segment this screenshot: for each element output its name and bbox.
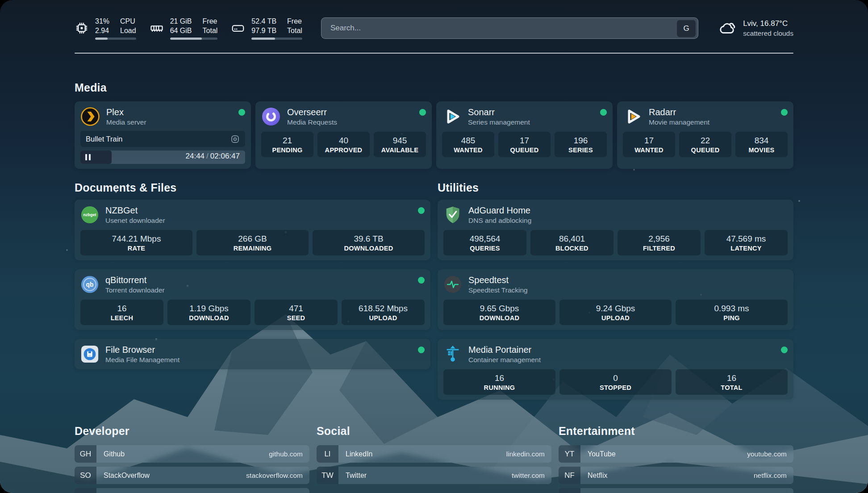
cloud-icon <box>718 19 737 38</box>
bookmark-github[interactable]: GH Github github.com <box>75 445 309 463</box>
service-card-sonarr[interactable]: Sonarr Series management 485WANTED 17QUE… <box>436 101 613 169</box>
stat-block: 86,401BLOCKED <box>530 230 613 255</box>
cpu-load: 2.94 <box>95 26 109 35</box>
service-card-qbittorrent[interactable]: qb qBittorrent Torrent downloader 16LEEC… <box>75 269 430 330</box>
radarr-icon <box>623 107 643 126</box>
section-title-developer: Developer <box>75 425 309 438</box>
stat-block: 47.569 msLATENCY <box>705 230 788 255</box>
adguard-icon <box>443 205 462 224</box>
bookmark-url: github.com <box>269 445 309 463</box>
stat-block: 266 GBREMAINING <box>196 230 309 255</box>
status-dot <box>600 109 607 116</box>
stat-block: 1.19 GbpsDOWNLOAD <box>167 300 250 325</box>
stat-block: 16LEECH <box>80 300 163 325</box>
service-card-plex[interactable]: Plex Media server Bullet Train <box>75 101 251 169</box>
stat-block: 16RUNNING <box>443 369 555 395</box>
service-name: Sonarr <box>468 106 530 118</box>
stat-block: 21PENDING <box>261 132 313 157</box>
stat-block: 9.24 GbpsUPLOAD <box>559 300 672 325</box>
now-playing-title: Bullet Train <box>86 135 123 143</box>
service-description: Media server <box>106 118 146 127</box>
qbittorrent-icon: qb <box>80 275 99 294</box>
stat-block: 17QUEUED <box>498 132 551 157</box>
service-name: Speedtest <box>468 274 528 286</box>
stat-block: 471SEED <box>255 300 338 325</box>
bookmark-group-developer: Developer GH Github github.com SO StackO… <box>75 425 309 493</box>
service-description: Movie management <box>649 118 709 127</box>
weather-location-temp: Lviv, 16.87°C <box>743 18 793 29</box>
status-dot <box>418 347 425 353</box>
section-title-documents: Documents & Files <box>75 181 430 194</box>
search-bar: G <box>321 17 698 39</box>
service-description: Container management <box>468 355 541 364</box>
playback-progress: 24:44/02:06:47 <box>80 150 245 164</box>
bookmark-abbr: LI <box>317 445 338 463</box>
stat-block: 0.993 msPING <box>676 300 788 325</box>
search-input[interactable] <box>321 17 698 39</box>
bookmark-linkedin[interactable]: LI LinkedIn linkedin.com <box>317 445 551 463</box>
playback-time: 24:44/02:06:47 <box>186 152 240 161</box>
bookmark-group-entertainment: Entertainment YT YouTube youtube.com NF … <box>559 425 793 493</box>
bookmark-name: Twitter <box>338 467 367 484</box>
bookmark-name: StackOverflow <box>96 467 150 484</box>
disk-progress-track <box>251 38 302 40</box>
filebrowser-icon <box>80 345 99 363</box>
status-dot <box>419 109 426 116</box>
service-name: Plex <box>106 106 146 118</box>
status-dot <box>781 347 788 353</box>
bookmark-url: netflix.com <box>754 467 793 484</box>
bookmark-url: youtube.com <box>747 445 793 463</box>
bookmark-stackoverflow[interactable]: SO StackOverflow stackoverflow.com <box>75 467 309 484</box>
service-card-overseerr[interactable]: Overseerr Media Requests 21PENDING 40APP… <box>255 101 432 169</box>
bookmark-abbr: YT <box>559 445 580 463</box>
stat-block: 0STOPPED <box>559 369 672 395</box>
bookmark-netflix[interactable]: NF Netflix netflix.com <box>559 467 793 484</box>
memory-icon <box>150 21 164 35</box>
bookmark-youtube[interactable]: YT YouTube youtube.com <box>559 445 793 463</box>
bookmark-name: YouTube <box>580 445 616 463</box>
portainer-icon <box>443 345 462 363</box>
service-name: Media Portainer <box>468 344 541 355</box>
disk-free: 52.4 TB <box>251 17 276 26</box>
bookmark-dev[interactable]: DT DEV dev.to <box>75 488 309 493</box>
search-provider-button[interactable]: G <box>676 20 696 38</box>
memory-total: 64 GiB <box>170 26 192 35</box>
memory-progress-track <box>170 38 218 40</box>
dashboard: 31% 2.94 CPU Load <box>0 0 868 493</box>
disk-widget: 52.4 TB 97.9 TB Free Total <box>231 17 302 40</box>
documents-column: Documents & Files nzbget NZBGet Usenet d <box>75 181 430 369</box>
cpu-label-1: CPU <box>120 17 136 26</box>
service-description: Speedtest Tracking <box>468 286 528 295</box>
service-description: Usenet downloader <box>105 216 165 225</box>
stat-block: 9.65 GbpsDOWNLOAD <box>443 300 555 325</box>
disk-progress-fill <box>251 38 275 40</box>
stat-block: 485WANTED <box>442 132 494 157</box>
now-playing-row: Bullet Train <box>80 131 245 147</box>
bookmark-reddit[interactable]: RE Reddit reddit.com <box>559 488 793 493</box>
section-title-utilities: Utilities <box>438 181 793 194</box>
disk-label-2: Total <box>287 26 302 35</box>
bookmark-name: Github <box>96 445 125 463</box>
bookmark-url: stackoverflow.com <box>246 467 309 484</box>
bookmark-name: DEV <box>96 488 118 493</box>
memory-free: 21 GiB <box>170 17 192 26</box>
stat-block: 834MOVIES <box>735 132 788 157</box>
stat-block: 39.6 TBDOWNLOADED <box>313 230 425 255</box>
bookmark-twitter[interactable]: TW Twitter twitter.com <box>317 467 551 484</box>
memory-widget: 21 GiB 64 GiB Free Total <box>150 17 218 40</box>
service-card-speedtest[interactable]: Speedtest Speedtest Tracking 9.65 GbpsDO… <box>438 269 793 330</box>
status-dot <box>418 277 425 284</box>
service-card-adguard[interactable]: AdGuard Home DNS and adblocking 498,564Q… <box>438 200 793 260</box>
service-card-nzbget[interactable]: nzbget NZBGet Usenet downloader 744.21 M… <box>75 200 430 260</box>
memory-label-2: Total <box>203 26 218 35</box>
media-card-grid: Plex Media server Bullet Train <box>75 101 793 169</box>
stat-block: 618.52 MbpsUPLOAD <box>342 300 425 325</box>
weather-widget[interactable]: Lviv, 16.87°C scattered clouds <box>718 18 793 38</box>
bookmark-url: linkedin.com <box>506 445 551 463</box>
service-card-portainer[interactable]: Media Portainer Container management 16R… <box>438 339 793 400</box>
service-card-radarr[interactable]: Radarr Movie management 17WANTED 22QUEUE… <box>617 101 793 169</box>
stat-block: 40APPROVED <box>317 132 370 157</box>
overseerr-icon <box>261 107 281 126</box>
service-description: Torrent downloader <box>105 286 165 295</box>
service-card-filebrowser[interactable]: File Browser Media File Management <box>75 339 430 369</box>
